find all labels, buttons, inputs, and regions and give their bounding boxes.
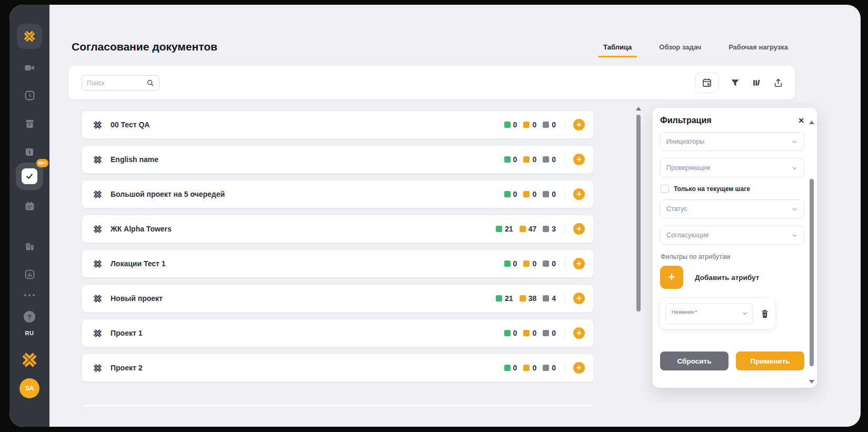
inprogress-count: 47 bbox=[528, 225, 537, 233]
other-count: 0 bbox=[552, 329, 556, 337]
sidebar-item-time[interactable] bbox=[19, 85, 40, 106]
project-list: 00 Тест QA 0 0 0 + English name 0 0 0 + … bbox=[82, 110, 594, 406]
inprogress-count: 0 bbox=[532, 259, 536, 268]
add-attribute-button[interactable]: + bbox=[660, 266, 683, 289]
add-button[interactable]: + bbox=[573, 293, 585, 304]
other-square-icon bbox=[543, 330, 549, 336]
close-filter-button[interactable]: ✕ bbox=[798, 116, 804, 125]
add-button[interactable]: + bbox=[573, 188, 585, 200]
attribute-filters-label: Фильтры по атрибутам bbox=[661, 253, 804, 260]
project-icon bbox=[93, 120, 103, 130]
toolbar-card bbox=[68, 66, 795, 99]
reviewers-select[interactable]: Проверяющие bbox=[660, 158, 804, 177]
sidebar-item-archive[interactable] bbox=[19, 113, 40, 134]
project-row[interactable]: Проект 1 0 0 0 + bbox=[82, 319, 594, 347]
project-row[interactable]: Новый проект 21 38 4 + bbox=[82, 284, 594, 313]
sidebar-item-calendar[interactable] bbox=[19, 195, 40, 216]
apply-button[interactable]: Применить bbox=[736, 351, 804, 370]
project-row[interactable]: Проект 2 0 0 0 + bbox=[82, 354, 594, 382]
note-icon bbox=[24, 147, 35, 157]
project-row[interactable]: Локации Тест 1 0 0 0 + bbox=[82, 249, 594, 278]
scroll-up-arrow[interactable] bbox=[636, 107, 641, 110]
add-button[interactable]: + bbox=[573, 258, 585, 269]
project-row-partial[interactable] bbox=[82, 404, 594, 406]
reset-button[interactable]: Сбросить bbox=[660, 351, 729, 370]
chevron-down-icon bbox=[791, 138, 798, 145]
brand-logo-bottom[interactable] bbox=[21, 351, 38, 369]
tab-workload[interactable]: Рабочая нагрузка bbox=[729, 43, 788, 57]
search-input[interactable] bbox=[87, 79, 143, 87]
done-square-icon bbox=[504, 122, 511, 128]
filter-panel-title: Фильтрация bbox=[660, 116, 712, 125]
project-row[interactable]: 00 Тест QA 0 0 0 + bbox=[82, 110, 594, 139]
inprogress-square-icon bbox=[520, 295, 526, 302]
scrollbar-thumb[interactable] bbox=[810, 179, 814, 366]
reviewers-select-label: Проверяющие bbox=[666, 164, 711, 172]
other-count: 0 bbox=[552, 155, 556, 164]
task-counters: 0 0 0 bbox=[504, 364, 556, 372]
inprogress-square-icon bbox=[523, 156, 530, 163]
scroll-up-arrow[interactable] bbox=[809, 120, 814, 124]
user-avatar[interactable]: SA bbox=[19, 378, 39, 398]
done-count: 0 bbox=[513, 364, 517, 372]
sidebar-item-approvals-active[interactable]: 99+ bbox=[16, 163, 43, 190]
video-camera-icon bbox=[24, 62, 35, 74]
checkbox-unchecked[interactable] bbox=[661, 185, 669, 193]
attribute-name-label: Название* bbox=[672, 309, 697, 315]
project-icon bbox=[93, 189, 103, 199]
filter-funnel-icon bbox=[730, 78, 740, 88]
sidebar-item-notes[interactable] bbox=[19, 142, 40, 163]
chevron-down-icon bbox=[742, 310, 749, 317]
language-switcher[interactable]: RU bbox=[25, 330, 34, 336]
app-window: 99+ ? RU SA bbox=[9, 5, 861, 427]
inprogress-count: 0 bbox=[532, 155, 536, 164]
attribute-filter-card: Название* bbox=[660, 298, 775, 329]
sidebar-item-more[interactable] bbox=[24, 292, 35, 298]
filter-button[interactable] bbox=[730, 78, 740, 88]
sidebar-item-reports[interactable] bbox=[19, 264, 40, 285]
current-step-checkbox-row[interactable]: Только на текущем шаге bbox=[661, 185, 804, 193]
initiators-select[interactable]: Инициаторы bbox=[660, 132, 804, 151]
inprogress-square-icon bbox=[520, 226, 526, 232]
filter-panel-header: Фильтрация ✕ bbox=[660, 114, 804, 127]
delete-attribute-button[interactable] bbox=[760, 309, 770, 318]
tab-table[interactable]: Таблица bbox=[603, 43, 632, 57]
add-button[interactable]: + bbox=[573, 154, 585, 165]
add-button[interactable]: + bbox=[573, 327, 585, 339]
divider bbox=[564, 363, 565, 373]
add-button[interactable]: + bbox=[573, 223, 585, 235]
sidebar-item-company[interactable] bbox=[19, 235, 40, 256]
panel-scrollbar[interactable] bbox=[810, 120, 814, 384]
columns-settings-button[interactable] bbox=[751, 78, 762, 88]
export-button[interactable] bbox=[773, 78, 783, 88]
status-select-label: Статус bbox=[666, 205, 687, 213]
project-row[interactable]: Большой проект на 5 очередей 0 0 0 + bbox=[82, 180, 594, 208]
other-count: 0 bbox=[552, 364, 556, 372]
help-button[interactable]: ? bbox=[24, 311, 35, 323]
sidebar-item-video[interactable] bbox=[19, 57, 40, 78]
done-count: 0 bbox=[513, 120, 517, 129]
list-scrollbar[interactable] bbox=[636, 107, 641, 312]
approvers-select[interactable]: Согласующие bbox=[660, 226, 804, 245]
clear-date-filter-button[interactable] bbox=[695, 72, 719, 93]
other-count: 0 bbox=[552, 190, 556, 198]
app-logo[interactable] bbox=[17, 24, 42, 49]
other-count: 4 bbox=[552, 294, 556, 303]
tab-task-overview[interactable]: Обзор задач bbox=[659, 43, 701, 57]
attribute-name-select[interactable]: Название* bbox=[665, 303, 753, 324]
search-icon bbox=[146, 79, 154, 87]
status-select[interactable]: Статус bbox=[660, 199, 804, 218]
project-row[interactable]: English name 0 0 0 + bbox=[82, 145, 594, 174]
project-icon bbox=[93, 363, 103, 373]
scroll-down-arrow[interactable] bbox=[809, 380, 814, 384]
chevron-down-icon bbox=[791, 165, 798, 172]
search-box[interactable] bbox=[82, 75, 159, 91]
add-button[interactable]: + bbox=[573, 119, 585, 130]
inprogress-count: 0 bbox=[532, 364, 536, 372]
project-icon bbox=[93, 259, 103, 269]
add-button[interactable]: + bbox=[573, 362, 585, 374]
initiators-select-label: Инициаторы bbox=[666, 138, 704, 145]
scrollbar-thumb[interactable] bbox=[636, 115, 641, 312]
divider bbox=[564, 154, 565, 165]
project-row[interactable]: ЖК Alpha Towers 21 47 3 + bbox=[82, 215, 594, 243]
